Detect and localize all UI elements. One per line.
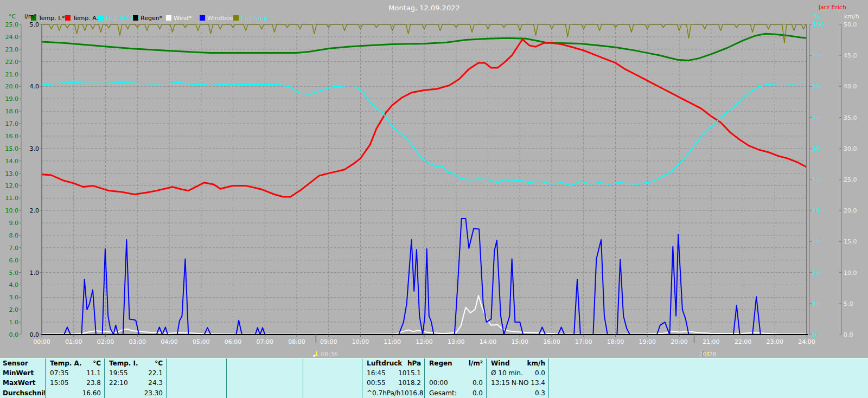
percent-tick-label: 70: [813, 114, 820, 121]
table-value-cell: 19:5522.1: [105, 368, 167, 378]
table-header-cell: LuftdruckhPa: [362, 358, 425, 368]
cell-time-text: 13:15: [491, 379, 510, 387]
hour-tick-label: 20:00: [671, 338, 688, 345]
weather-chart-window: 25.024.023.022.021.020.019.018.017.016.0…: [0, 0, 868, 398]
legend-swatch-feuchte-a: [98, 15, 104, 21]
hour-tick-label: 00:00: [33, 338, 50, 345]
hour-tick-label: 01:00: [65, 338, 82, 345]
axis-header-percent: %: [814, 13, 819, 20]
table-value-cell: [167, 368, 227, 378]
cell-value-text: 0.3: [535, 389, 545, 397]
cell-value-text: 0.0: [535, 369, 545, 377]
celsius-tick-label: 3.0: [9, 294, 19, 301]
table-value-cell: ^0.7hPa/h1016.8: [362, 388, 425, 398]
legend-label-empfang: Empfang: [241, 15, 267, 22]
celsius-tick-label: 22.0: [5, 59, 19, 66]
lm2-tick-label: 0.0: [30, 331, 40, 338]
table-row-label: MinWert: [0, 368, 46, 378]
column-unit-label: l/m²: [469, 360, 483, 367]
table-header-cell: [303, 358, 362, 368]
hour-tick-label: 06:00: [225, 338, 242, 345]
cell-time-text: 00:00: [429, 379, 448, 387]
kmh-tick-label: 0.0: [844, 331, 853, 338]
legend-label-temp-a: Temp. A.*: [72, 15, 101, 22]
celsius-tick-label: 16.0: [5, 133, 19, 140]
axis-header-kmh: km/h: [844, 13, 859, 20]
lm2-tick-label: 2.0: [30, 207, 40, 214]
axis-header-lm2: l/m²: [24, 13, 36, 20]
celsius-tick-label: 5.0: [9, 269, 19, 277]
cell-value-text: 16.60: [82, 389, 101, 397]
celsius-tick-label: 14.0: [5, 158, 19, 165]
table-row-label-text: MinWert: [3, 369, 34, 377]
hour-tick-label: 16:00: [543, 338, 560, 345]
lm2-tick-label: 3.0: [30, 145, 40, 152]
cell-value-text: 0.0: [473, 379, 483, 387]
celsius-tick-label: 17.0: [5, 120, 19, 127]
sun-down-arrow-icon: ↓: [314, 350, 320, 357]
axis-header-celsius: °C: [9, 13, 16, 20]
celsius-tick-label: 1.0: [9, 319, 19, 326]
table-value-cell: 15:0523.8: [46, 378, 105, 388]
table-value-cell: 07:3511.1: [46, 368, 105, 378]
hour-tick-label: 10:00: [352, 338, 369, 345]
marker-time-label: 08:36: [321, 351, 338, 357]
cell-time-text: 22:10: [109, 379, 128, 387]
legend-label-windb-en: Windböen: [207, 15, 237, 22]
celsius-tick-label: 21.0: [5, 71, 19, 78]
table-value-cell: 16.60: [46, 388, 105, 398]
celsius-tick-label: 13.0: [5, 170, 19, 177]
celsius-tick-label: 23.0: [5, 46, 19, 53]
cell-time-text: ^0.7hPa/h: [367, 389, 400, 397]
table-value-cell: [167, 388, 227, 398]
table-value-cell: 22:1024.3: [105, 378, 167, 388]
hour-tick-label: 02:00: [97, 338, 114, 345]
table-value-cell: Gesamt:0.0: [425, 388, 487, 398]
celsius-tick-label: 24.0: [5, 34, 19, 41]
percent-tick-label: 50: [813, 176, 820, 183]
table-value-cell: 00:551018.2: [362, 378, 425, 388]
percent-tick-label: 20: [813, 269, 820, 277]
cell-value-text: 11.1: [86, 369, 101, 377]
table-value-cell: 16:451015.1: [362, 368, 425, 378]
cell-value-text: 24.3: [148, 379, 163, 387]
page-title: Montag, 12.09.2022: [388, 4, 459, 12]
table-value-cell: [303, 388, 362, 398]
table-value-cell: [303, 368, 362, 378]
column-header-label: Wind: [491, 360, 509, 367]
legend-swatch-empfang: [233, 15, 239, 21]
celsius-tick-label: 10.0: [5, 207, 19, 214]
hour-tick-label: 23:00: [766, 338, 783, 345]
legend-label-wind: Wind*: [174, 15, 192, 22]
table-row-label-text: Sensor: [3, 360, 28, 367]
hour-tick-label: 03:00: [129, 338, 146, 345]
table-value-cell: [227, 378, 303, 388]
table-value-cell: [303, 378, 362, 388]
celsius-tick-label: 2.0: [9, 306, 19, 313]
table-value-cell: [549, 388, 868, 398]
table-row-label-text: Durchschnitt: [3, 389, 46, 397]
celsius-tick-label: 8.0: [9, 232, 19, 239]
celsius-tick-label: 15.0: [5, 145, 19, 152]
table-value-cell: [549, 368, 868, 378]
cell-time-text: Ø 10 min.: [491, 369, 523, 377]
table-value-cell: 0.3: [487, 388, 549, 398]
kmh-tick-label: 40.0: [844, 83, 857, 90]
cell-value-text: N-NO 13.4: [512, 379, 545, 387]
column-header-label: Temp. I.: [109, 360, 138, 367]
cell-value-text: 23.30: [144, 389, 163, 397]
hour-tick-label: 09:00: [320, 338, 337, 345]
percent-tick-label: 10: [813, 300, 820, 307]
column-header-label: Luftdruck: [367, 360, 402, 367]
cell-time-text: Gesamt:: [429, 389, 457, 397]
cell-value-text: 1018.2: [398, 379, 421, 387]
percent-tick-label: 40: [813, 207, 820, 214]
table-header-cell: Temp. I.°C: [105, 358, 167, 368]
cell-value-text: 1015.1: [398, 369, 421, 377]
hour-tick-label: 21:00: [703, 338, 720, 345]
cell-time-text: 00:55: [367, 379, 386, 387]
kmh-tick-label: 25.0: [844, 176, 857, 183]
weather-day-chart: 25.024.023.022.021.020.019.018.017.016.0…: [0, 0, 868, 357]
lm2-tick-label: 4.0: [30, 83, 40, 90]
hour-tick-label: 04:00: [161, 338, 178, 345]
